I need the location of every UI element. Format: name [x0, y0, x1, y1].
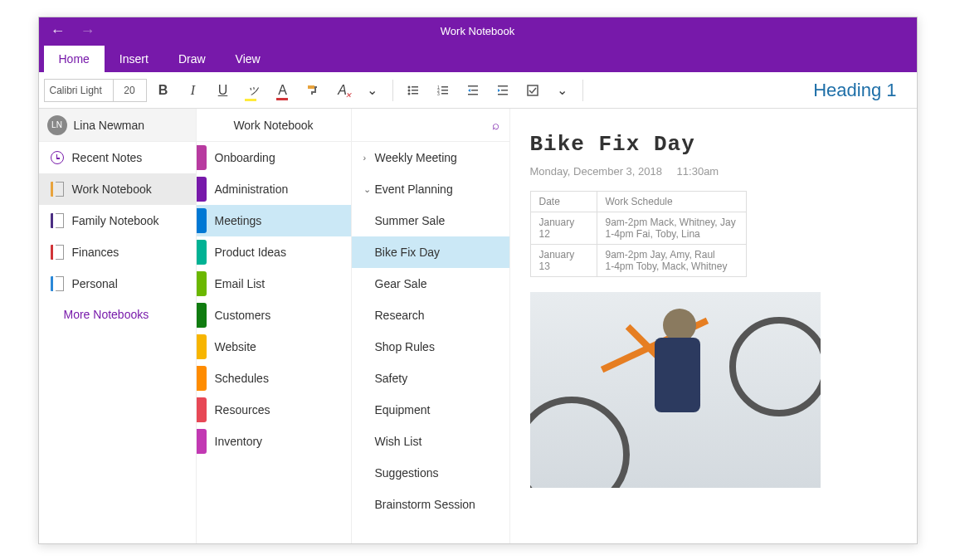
window-title: Work Notebook: [441, 25, 514, 37]
user-row[interactable]: LN Lina Newman: [39, 109, 196, 142]
page-item[interactable]: Suggestions: [352, 457, 509, 489]
notebook-item[interactable]: Finances: [39, 236, 196, 268]
page-item[interactable]: Wish List: [352, 426, 509, 457]
notebook-icon: [51, 276, 64, 291]
section-item[interactable]: Product Ideas: [197, 236, 351, 268]
separator: [392, 80, 393, 101]
font-name-input[interactable]: [45, 80, 113, 101]
notebook-item[interactable]: Work Notebook: [39, 173, 196, 205]
td-sched[interactable]: 9am-2pm Mack, Whitney, Jay 1-4pm Fai, To…: [597, 212, 746, 245]
page-item[interactable]: Bike Fix Day: [352, 236, 509, 268]
page-label: Gear Sale: [375, 277, 427, 290]
toolbar: B I U ッ A A✕ ⌄ 123 ⌄ Heading 1: [39, 72, 917, 109]
notebook-item[interactable]: Personal: [39, 268, 196, 299]
clear-format-button[interactable]: A✕: [329, 77, 356, 104]
td-sched[interactable]: 9am-2pm Jay, Amy, Raul 1-4pm Toby, Mack,…: [597, 245, 746, 277]
search-icon[interactable]: ⌕: [492, 118, 499, 132]
format-more-button[interactable]: ⌄: [359, 77, 386, 104]
history-icon: [51, 151, 64, 164]
para-more-button[interactable]: ⌄: [549, 77, 576, 104]
titlebar: ← → Work Notebook: [39, 17, 917, 44]
section-color-tab: [197, 366, 207, 391]
section-item[interactable]: Schedules: [197, 363, 351, 394]
section-item[interactable]: Website: [197, 331, 351, 363]
todo-tag-button[interactable]: [519, 77, 546, 104]
section-item[interactable]: Resources: [197, 394, 351, 426]
section-item[interactable]: Customers: [197, 299, 351, 331]
td-date[interactable]: January 12: [530, 212, 597, 245]
notebook-label: Finances: [72, 246, 119, 259]
page-item[interactable]: Brainstorm Session: [352, 489, 509, 520]
svg-rect-7: [441, 86, 448, 88]
content-area[interactable]: Bike Fix Day Monday, December 3, 2018 11…: [510, 109, 917, 543]
section-label: Inventory: [215, 435, 263, 448]
page-item[interactable]: ›Weekly Meeting: [352, 142, 509, 173]
underline-button[interactable]: U: [210, 77, 236, 104]
svg-point-4: [407, 92, 410, 95]
page-label: Shop Rules: [375, 340, 435, 353]
bullet-list-button[interactable]: [400, 77, 426, 104]
section-item[interactable]: Email List: [197, 268, 351, 299]
page-item[interactable]: Safety: [352, 363, 509, 394]
more-notebooks[interactable]: More Notebooks: [39, 299, 196, 329]
page-label: Equipment: [375, 403, 431, 416]
section-color-tab: [197, 177, 207, 202]
section-item[interactable]: Onboarding: [197, 142, 351, 173]
bold-button[interactable]: B: [150, 77, 177, 104]
content-image[interactable]: [530, 292, 821, 488]
section-label: Onboarding: [215, 151, 275, 164]
highlight-button[interactable]: ッ: [240, 77, 266, 104]
bike-wheel-icon: [729, 317, 821, 416]
svg-rect-18: [528, 85, 538, 95]
section-item[interactable]: Administration: [197, 173, 351, 205]
section-label: Resources: [215, 403, 270, 416]
page-item[interactable]: Equipment: [352, 394, 509, 426]
notebook-item[interactable]: Family Notebook: [39, 205, 196, 236]
page-item[interactable]: Gear Sale: [352, 268, 509, 299]
section-item[interactable]: Inventory: [197, 426, 351, 457]
ribbon-tabs: Home Insert Draw View: [39, 44, 917, 72]
person-icon: [646, 309, 704, 458]
th-date[interactable]: Date: [530, 192, 597, 212]
tab-view[interactable]: View: [221, 46, 275, 72]
section-label: Email List: [215, 277, 266, 290]
back-button[interactable]: ←: [51, 22, 66, 40]
section-label: Customers: [215, 309, 271, 322]
svg-rect-5: [412, 93, 418, 95]
font-color-button[interactable]: A: [270, 77, 296, 104]
section-label: Website: [215, 340, 256, 353]
page-label: Research: [375, 309, 425, 322]
outdent-button[interactable]: [460, 77, 486, 104]
section-color-tab: [197, 208, 207, 233]
tab-draw[interactable]: Draw: [163, 46, 221, 72]
number-list-button[interactable]: 123: [430, 77, 456, 104]
sections-panel: Work Notebook OnboardingAdministrationMe…: [197, 109, 351, 543]
recent-notes[interactable]: Recent Notes: [39, 142, 196, 173]
forward-button[interactable]: →: [80, 22, 95, 40]
tab-insert[interactable]: Insert: [105, 46, 163, 72]
section-color-tab: [197, 271, 207, 296]
page-item[interactable]: Summer Sale: [352, 205, 509, 236]
format-painter-button[interactable]: [300, 77, 326, 104]
indent-button[interactable]: [490, 77, 516, 104]
page-label: Wish List: [375, 435, 422, 448]
page-title[interactable]: Bike Fix Day: [530, 132, 897, 157]
expand-icon[interactable]: ›: [363, 153, 375, 163]
sections-header: Work Notebook: [197, 109, 351, 142]
avatar: LN: [47, 115, 67, 135]
italic-button[interactable]: I: [180, 77, 207, 104]
section-label: Meetings: [215, 214, 262, 227]
page-item[interactable]: Research: [352, 299, 509, 331]
schedule-table[interactable]: Date Work Schedule January 12 9am-2pm Ma…: [530, 191, 747, 277]
font-size-input[interactable]: [113, 80, 146, 101]
th-schedule[interactable]: Work Schedule: [597, 192, 746, 212]
expand-icon[interactable]: ⌄: [363, 184, 375, 195]
page-item[interactable]: Shop Rules: [352, 331, 509, 363]
section-item[interactable]: Meetings: [197, 205, 351, 236]
style-heading1[interactable]: Heading 1: [813, 80, 896, 101]
tab-home[interactable]: Home: [44, 46, 105, 72]
td-date[interactable]: January 13: [530, 245, 597, 277]
section-color-tab: [197, 429, 207, 454]
section-color-tab: [197, 303, 207, 328]
page-item[interactable]: ⌄Event Planning: [352, 173, 509, 205]
